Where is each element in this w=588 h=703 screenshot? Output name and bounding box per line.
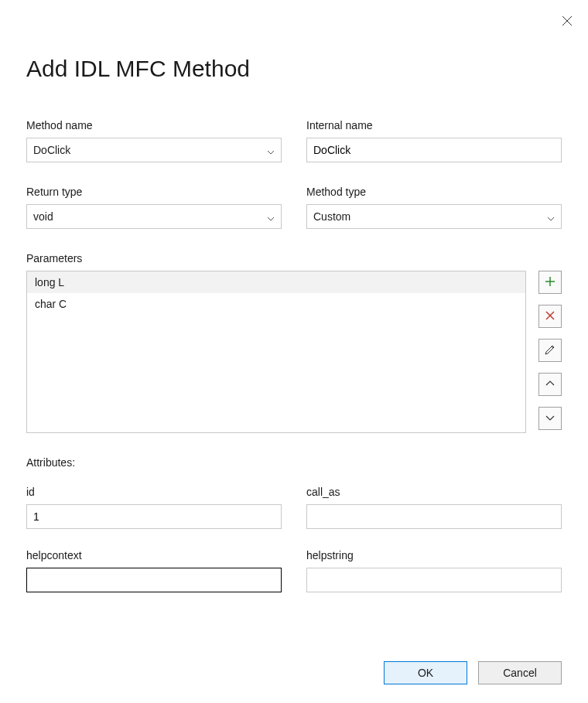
- chevron-up-icon: [544, 377, 556, 392]
- add-parameter-button[interactable]: [538, 271, 562, 294]
- helpcontext-label: helpcontext: [26, 549, 282, 561]
- close-icon[interactable]: [560, 14, 574, 28]
- method-name-combo[interactable]: DoClick: [26, 138, 282, 162]
- chevron-down-icon: [267, 146, 275, 154]
- move-up-button[interactable]: [538, 373, 562, 396]
- method-name-label: Method name: [26, 119, 282, 131]
- internal-name-label: Internal name: [306, 119, 562, 131]
- chevron-down-icon: [267, 213, 275, 220]
- return-type-combo[interactable]: void: [26, 204, 282, 229]
- call-as-input[interactable]: [306, 504, 562, 529]
- edit-parameter-button[interactable]: [538, 339, 562, 362]
- attributes-label: Attributes:: [26, 456, 562, 469]
- x-icon: [544, 309, 556, 324]
- internal-name-input[interactable]: [306, 138, 562, 162]
- chevron-down-icon: [547, 213, 555, 220]
- cancel-button[interactable]: Cancel: [478, 661, 562, 684]
- method-type-combo[interactable]: Custom: [306, 204, 562, 229]
- return-type-label: Return type: [26, 186, 282, 198]
- plus-icon: [544, 275, 556, 290]
- parameters-listbox[interactable]: long Lchar C: [26, 271, 526, 433]
- return-type-value: void: [33, 210, 53, 223]
- id-input[interactable]: [26, 504, 282, 529]
- method-type-value: Custom: [313, 210, 350, 223]
- parameter-item[interactable]: char C: [27, 293, 525, 315]
- chevron-down-icon: [544, 411, 556, 426]
- id-label: id: [26, 486, 282, 498]
- remove-parameter-button[interactable]: [538, 305, 562, 328]
- dialog-title: Add IDL MFC Method: [26, 56, 562, 82]
- helpcontext-input[interactable]: [26, 568, 282, 592]
- call-as-label: call_as: [306, 486, 562, 498]
- method-type-label: Method type: [306, 186, 562, 198]
- parameters-label: Parameters: [26, 252, 562, 264]
- helpstring-label: helpstring: [306, 549, 562, 561]
- helpstring-input[interactable]: [306, 568, 562, 592]
- move-down-button[interactable]: [538, 407, 562, 430]
- ok-button[interactable]: OK: [384, 661, 467, 684]
- pencil-icon: [544, 343, 556, 358]
- parameter-item[interactable]: long L: [27, 271, 525, 293]
- method-name-value: DoClick: [33, 144, 70, 156]
